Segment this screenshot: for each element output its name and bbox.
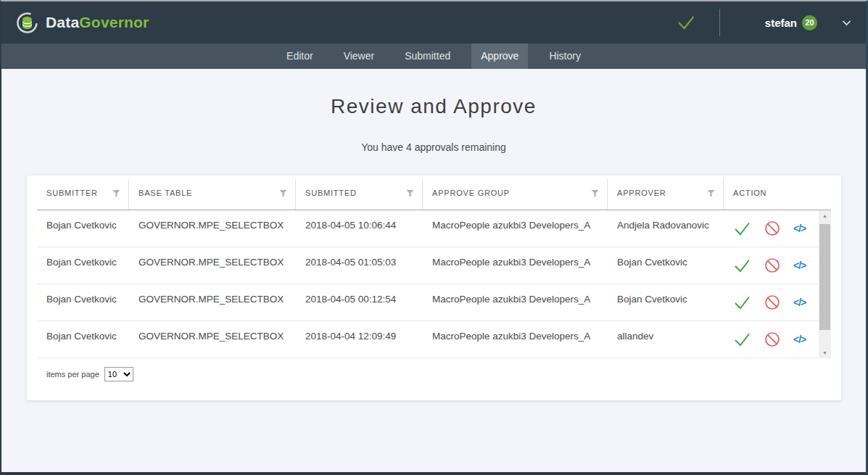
approve-icon[interactable] xyxy=(733,220,751,237)
reject-icon[interactable] xyxy=(764,220,781,237)
items-per-page-label: items per page xyxy=(46,370,99,379)
user-menu[interactable]: stefan 20 xyxy=(765,15,851,30)
database-logo-icon xyxy=(16,12,38,34)
cell-approve-group: MacroPeople azukbi3 Developers_A xyxy=(423,210,608,247)
column-label: SUBMITTER xyxy=(46,189,98,197)
tab-viewer[interactable]: Viewer xyxy=(334,44,384,69)
cell-approver: Bojan Cvetkovic xyxy=(608,247,724,284)
filter-icon[interactable] xyxy=(279,189,287,197)
view-code-icon[interactable]: </> xyxy=(793,223,806,234)
scroll-up-icon[interactable]: ▲ xyxy=(819,210,831,221)
view-code-icon[interactable]: </> xyxy=(793,334,806,345)
logo-text-primary: Data xyxy=(46,14,79,30)
header-right: stefan 20 xyxy=(676,9,851,36)
column-label: APPROVE GROUP xyxy=(432,189,510,197)
items-per-page-select[interactable]: 10 xyxy=(104,367,133,381)
table-row: Bojan Cvetkovic GOVERNOR.MPE_SELECTBOX 2… xyxy=(37,321,831,358)
cell-base-table: GOVERNOR.MPE_SELECTBOX xyxy=(129,247,296,284)
cell-submitter: Bojan Cvetkovic xyxy=(37,210,129,247)
table-row: Bojan Cvetkovic GOVERNOR.MPE_SELECTBOX 2… xyxy=(37,284,831,321)
filter-icon[interactable] xyxy=(112,189,120,197)
tab-history[interactable]: History xyxy=(540,44,590,69)
page-title: Review and Approve xyxy=(1,95,866,118)
table-row: Bojan Cvetkovic GOVERNOR.MPE_SELECTBOX 2… xyxy=(37,247,831,284)
approve-icon[interactable] xyxy=(733,294,751,311)
tab-approve[interactable]: Approve xyxy=(471,44,528,69)
header-divider xyxy=(719,9,720,36)
reject-icon[interactable] xyxy=(764,294,781,311)
cell-approve-group: MacroPeople azukbi3 Developers_A xyxy=(423,321,608,358)
app-logo[interactable]: DataGovernor xyxy=(16,12,149,34)
cell-submitter: Bojan Cvetkovic xyxy=(37,321,129,358)
grid-footer: items per page 10 xyxy=(37,358,831,381)
column-header-base-table[interactable]: BASE TABLE xyxy=(129,175,296,210)
reject-icon[interactable] xyxy=(764,331,781,348)
filter-icon[interactable] xyxy=(707,189,715,197)
cell-submitted: 2018-04-05 00:12:54 xyxy=(296,284,423,321)
cell-actions: </> xyxy=(724,321,831,358)
cell-base-table: GOVERNOR.MPE_SELECTBOX xyxy=(129,210,296,247)
column-label: APPROVER xyxy=(617,189,666,197)
cell-actions: </> xyxy=(724,247,831,284)
column-header-approver[interactable]: APPROVER xyxy=(608,175,724,210)
cell-base-table: GOVERNOR.MPE_SELECTBOX xyxy=(129,284,296,321)
app-window: DataGovernor stefan 20 Editor Vie xyxy=(0,0,868,475)
logo-text-secondary: Governor xyxy=(79,14,149,30)
app-header: DataGovernor stefan 20 xyxy=(1,1,866,44)
main-nav: Editor Viewer Submitted Approve History xyxy=(1,44,866,69)
column-header-approve-group[interactable]: APPROVE GROUP xyxy=(423,175,608,210)
column-label: SUBMITTED xyxy=(305,189,357,197)
tab-submitted[interactable]: Submitted xyxy=(395,44,460,69)
user-badge: 20 xyxy=(802,15,817,30)
chevron-down-icon xyxy=(842,20,851,26)
approve-icon[interactable] xyxy=(733,331,751,348)
column-header-submitter[interactable]: SUBMITTER xyxy=(37,175,129,210)
scrollbar-thumb[interactable] xyxy=(819,224,830,330)
grid-header-row: SUBMITTER BASE TABLE SUBMITTED xyxy=(37,175,831,210)
column-header-submitted[interactable]: SUBMITTED xyxy=(296,175,423,210)
cell-submitted: 2018-04-04 12:09:49 xyxy=(296,321,423,358)
cell-submitter: Bojan Cvetkovic xyxy=(37,247,129,284)
cell-submitter: Bojan Cvetkovic xyxy=(37,284,129,321)
approvals-check-icon[interactable] xyxy=(676,14,696,31)
cell-approve-group: MacroPeople azukbi3 Developers_A xyxy=(423,284,608,321)
cell-submitted: 2018-04-05 01:05:03 xyxy=(296,247,423,284)
cell-actions: </> xyxy=(724,210,831,247)
filter-icon[interactable] xyxy=(406,189,414,197)
cell-approver: allandev xyxy=(608,321,724,358)
column-header-action: ACTION xyxy=(724,175,831,210)
column-label: ACTION xyxy=(733,189,766,197)
approvals-grid: SUBMITTER BASE TABLE SUBMITTED xyxy=(27,175,841,400)
cell-base-table: GOVERNOR.MPE_SELECTBOX xyxy=(129,321,296,358)
filter-icon[interactable] xyxy=(591,189,599,197)
grid-scrollbar[interactable]: ▲ ▼ xyxy=(819,210,831,358)
reject-icon[interactable] xyxy=(764,257,781,274)
table-row: Bojan Cvetkovic GOVERNOR.MPE_SELECTBOX 2… xyxy=(37,210,831,247)
approve-icon[interactable] xyxy=(733,257,751,274)
cell-approve-group: MacroPeople azukbi3 Developers_A xyxy=(423,247,608,284)
view-code-icon[interactable]: </> xyxy=(793,297,806,308)
cell-approver: Bojan Cvetkovic xyxy=(608,284,724,321)
view-code-icon[interactable]: </> xyxy=(793,260,806,271)
scroll-down-icon[interactable]: ▼ xyxy=(819,347,831,358)
tab-editor[interactable]: Editor xyxy=(277,44,323,69)
approvals-remaining-text: You have 4 approvals remaining xyxy=(1,141,866,153)
cell-actions: </> xyxy=(724,284,831,321)
user-name: stefan xyxy=(765,17,797,29)
cell-submitted: 2018-04-05 10:06:44 xyxy=(296,210,423,247)
column-label: BASE TABLE xyxy=(139,189,192,197)
logo-text: DataGovernor xyxy=(46,14,149,31)
cell-approver: Andjela Radovanovic xyxy=(608,210,724,247)
